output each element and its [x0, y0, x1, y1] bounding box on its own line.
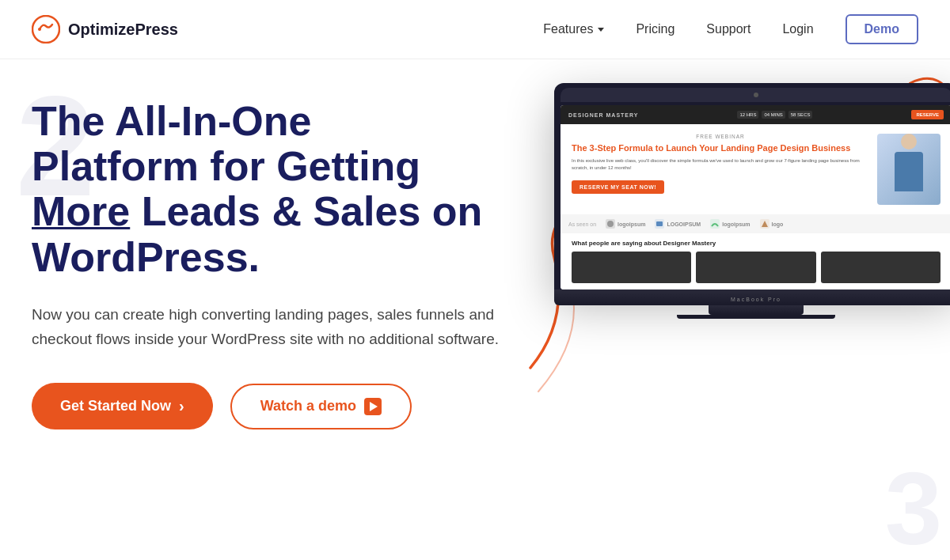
svg-rect-3: [656, 221, 663, 226]
cta-row: Get Started Now › Watch a demo: [32, 383, 538, 429]
logos-as-seen-label: As seen on: [568, 221, 596, 227]
inner-logo-4: logo: [760, 219, 784, 229]
hero-description: Now you can create high converting landi…: [32, 302, 522, 352]
timer-secs: 58 SECS: [788, 111, 813, 119]
inner-timer: 12 HRS 04 MINS 58 SECS: [737, 111, 812, 119]
laptop-base: MacBook Pro: [554, 289, 950, 305]
brand-name: OptimizePress: [68, 21, 178, 39]
nav-support[interactable]: Support: [706, 22, 750, 36]
person-head: [901, 134, 917, 149]
inner-brand: DESIGNER MASTERY: [568, 112, 638, 118]
demo-button[interactable]: Demo: [846, 14, 918, 44]
svg-point-1: [38, 28, 41, 31]
inner-testimonial-card-2: [696, 252, 815, 283]
hero-right: DESIGNER MASTERY 12 HRS 04 MINS 58 SECS …: [554, 83, 950, 319]
nav-features[interactable]: Features: [543, 22, 604, 36]
inner-testimonial-title: What people are saying about Designer Ma…: [572, 240, 940, 247]
logo-area[interactable]: OptimizePress: [32, 15, 178, 44]
logo-shape-1: [606, 219, 615, 229]
nav-pricing[interactable]: Pricing: [636, 22, 674, 36]
get-started-button[interactable]: Get Started Now ›: [32, 383, 213, 429]
logo-shape-4: [760, 219, 770, 229]
inner-testimonial-row: [572, 252, 940, 283]
inner-logo-1: logoipsum: [606, 219, 645, 229]
inner-logo-3: logoipsum: [710, 219, 750, 229]
hero-title: The All-In-One Platform for Getting More…: [32, 99, 538, 280]
bg-deco-number-2: 3: [885, 449, 942, 560]
person-body: [895, 152, 923, 191]
hero-title-highlight: More: [32, 188, 130, 234]
svg-marker-4: [762, 221, 768, 227]
watch-demo-button[interactable]: Watch a demo: [230, 384, 412, 429]
logo-shape-3: [710, 219, 720, 229]
main-nav: Features Pricing Support Login Demo: [543, 14, 918, 44]
logo-shape-2: [655, 219, 664, 229]
hero-left: The All-In-One Platform for Getting More…: [32, 99, 554, 429]
inner-page: DESIGNER MASTERY 12 HRS 04 MINS 58 SECS …: [560, 105, 950, 289]
inner-testimonial-card-3: [821, 252, 940, 283]
laptop-stand: [709, 305, 804, 315]
laptop-camera-bar: [560, 88, 950, 102]
svg-point-2: [607, 221, 614, 227]
timer-hours: 12 HRS: [737, 111, 758, 119]
laptop-content: DESIGNER MASTERY 12 HRS 04 MINS 58 SECS …: [560, 105, 950, 289]
person-silhouette: [885, 134, 933, 205]
camera-dot: [754, 93, 758, 97]
header: OptimizePress Features Pricing Support L…: [0, 0, 950, 59]
inner-hero-text: FREE WEBINAR The 3-Step Formula to Launc…: [572, 134, 869, 205]
inner-webinar-label: FREE WEBINAR: [572, 134, 869, 139]
inner-hero-image: [877, 134, 940, 205]
inner-logos-bar: As seen on logoipsum: [560, 214, 950, 233]
play-triangle: [370, 402, 378, 411]
laptop-screen: DESIGNER MASTERY 12 HRS 04 MINS 58 SECS …: [554, 83, 950, 289]
inner-header: DESIGNER MASTERY 12 HRS 04 MINS 58 SECS …: [560, 105, 950, 124]
svg-point-0: [32, 16, 59, 43]
laptop-model-label: MacBook Pro: [731, 297, 781, 302]
inner-hero-section: FREE WEBINAR The 3-Step Formula to Launc…: [560, 124, 950, 214]
inner-logo-2: LOGOIPSUM: [655, 219, 701, 229]
laptop-mockup: DESIGNER MASTERY 12 HRS 04 MINS 58 SECS …: [554, 83, 950, 319]
inner-cta-button[interactable]: RESERVE MY SEAT NOW!: [572, 180, 664, 194]
hero-section: 2 The All-In-One Platform for Getting Mo…: [0, 59, 950, 560]
play-icon: [364, 398, 382, 415]
inner-hero-desc: In this exclusive live web class, you'll…: [572, 157, 869, 172]
nav-login[interactable]: Login: [782, 22, 813, 36]
laptop-foot: [677, 315, 835, 319]
inner-hero-title: The 3-Step Formula to Launch Your Landin…: [572, 142, 869, 153]
logo-icon: [32, 15, 60, 44]
inner-reserve-button[interactable]: RESERVE: [911, 110, 944, 119]
timer-mins: 04 MINS: [762, 111, 785, 119]
inner-testimonial-section: What people are saying about Designer Ma…: [560, 233, 950, 289]
inner-testimonial-card-1: [572, 252, 691, 283]
chevron-down-icon: [598, 28, 604, 32]
arrow-right-icon: ›: [179, 397, 184, 415]
